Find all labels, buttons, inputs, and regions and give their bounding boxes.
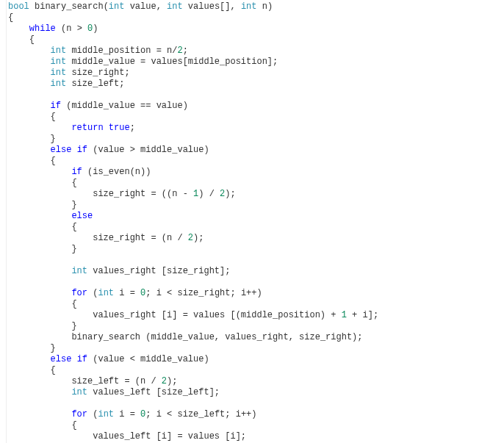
token-id: values_left [size_left]; xyxy=(87,387,220,397)
token-id: size_right = (n / xyxy=(93,233,188,243)
code-line[interactable]: else if (value < middle_value) xyxy=(8,354,378,365)
token-kw: while xyxy=(29,24,56,34)
gutter xyxy=(0,0,7,443)
code-line[interactable] xyxy=(8,277,378,288)
code-line[interactable]: return true; xyxy=(8,123,378,134)
token-kw: if xyxy=(71,167,82,177)
code-line[interactable]: int middle_value = values[middle_positio… xyxy=(8,57,378,68)
token-num: 1 xyxy=(342,310,347,320)
code-area[interactable]: bool binary_search(int value, int values… xyxy=(7,0,380,443)
token-id: } xyxy=(71,200,76,210)
token-id: ) xyxy=(93,24,98,34)
code-line[interactable]: { xyxy=(8,178,378,189)
token-id: } xyxy=(71,321,76,331)
token-id: ); xyxy=(193,233,204,243)
token-id: (value > middle_value) xyxy=(87,145,209,155)
code-line[interactable]: while (n > 0) xyxy=(8,24,378,35)
token-id: } xyxy=(71,244,76,254)
token-id: values_right [i] = values [(middle_posit… xyxy=(93,310,341,320)
token-id: ; i < size_right; i++) xyxy=(145,288,262,298)
token-kw: if xyxy=(51,101,61,111)
token-id: } xyxy=(51,134,56,144)
code-line[interactable]: int values_left [size_left]; xyxy=(8,387,378,398)
token-type: int xyxy=(51,46,67,56)
token-id: ) / xyxy=(198,189,220,199)
token-id: middle_value = values[middle_position]; xyxy=(66,57,278,67)
code-line[interactable]: { xyxy=(8,365,378,376)
token-id: ; i < size_left; i++) xyxy=(145,409,256,419)
token-id: size_right = ((n - xyxy=(93,189,193,199)
code-line[interactable]: { xyxy=(8,156,378,167)
code-line[interactable]: values_right [i] = values [(middle_posit… xyxy=(8,310,378,321)
code-line[interactable]: } xyxy=(8,200,378,211)
code-line[interactable]: else if (value > middle_value) xyxy=(8,145,378,156)
code-line[interactable]: { xyxy=(8,35,378,46)
token-id: { xyxy=(51,365,56,375)
token-id: { xyxy=(29,35,35,45)
token-id: { xyxy=(51,156,56,166)
token-id: ( xyxy=(87,288,98,298)
token-kw: else xyxy=(51,354,72,364)
token-id xyxy=(71,145,76,155)
code-line[interactable]: } xyxy=(8,343,378,354)
token-kw: else xyxy=(51,145,72,155)
token-kw: if xyxy=(77,354,87,364)
code-line[interactable] xyxy=(8,255,378,266)
code-line[interactable]: binary_search (middle_value, values_righ… xyxy=(8,332,378,343)
token-id xyxy=(104,123,109,133)
code-line[interactable]: values_left [i] = values [i]; xyxy=(8,431,378,442)
code-line[interactable]: for (int i = 0; i < size_right; i++) xyxy=(8,288,378,299)
token-type: int xyxy=(51,79,67,89)
token-bool: true xyxy=(109,123,130,133)
token-num: 2 xyxy=(162,376,167,386)
token-id: { xyxy=(71,178,76,188)
token-type: int xyxy=(98,409,114,419)
code-line[interactable]: for (int i = 0; i < size_left; i++) xyxy=(8,409,378,420)
code-line[interactable]: } xyxy=(8,321,378,332)
token-id: { xyxy=(71,420,76,431)
token-type: int xyxy=(71,266,87,276)
code-line[interactable]: { xyxy=(8,420,378,431)
token-id: size_right; xyxy=(66,68,129,78)
code-line[interactable]: int middle_position = n/2; xyxy=(8,46,378,57)
token-type: int xyxy=(51,68,67,78)
token-id: binary_search( xyxy=(35,1,109,12)
token-id: { xyxy=(8,12,13,23)
token-id: (is_even(n)) xyxy=(82,167,151,177)
code-line[interactable]: int size_right; xyxy=(8,68,378,79)
code-line[interactable]: } xyxy=(8,244,378,255)
code-line[interactable]: int size_left; xyxy=(8,79,378,90)
code-line[interactable] xyxy=(8,398,378,409)
token-id: { xyxy=(71,299,76,309)
token-kw: if xyxy=(77,145,87,155)
code-line[interactable]: else xyxy=(8,211,378,222)
token-id: { xyxy=(51,112,56,122)
token-id: i = xyxy=(114,288,140,298)
token-id: (n > xyxy=(56,24,87,34)
token-id: i = xyxy=(114,409,140,419)
code-line[interactable]: size_left = (n / 2); xyxy=(8,376,378,387)
code-line[interactable]: { xyxy=(8,112,378,123)
code-line[interactable]: { xyxy=(8,222,378,233)
token-num: 2 xyxy=(177,46,182,56)
token-kw: for xyxy=(71,409,87,419)
code-line[interactable]: size_right = (n / 2); xyxy=(8,233,378,244)
code-line[interactable]: if (is_even(n)) xyxy=(8,167,378,178)
code-line[interactable]: size_right = ((n - 1) / 2); xyxy=(8,189,378,200)
token-type: int xyxy=(51,57,67,67)
code-line[interactable]: { xyxy=(8,299,378,310)
token-id: (value < middle_value) xyxy=(87,354,209,364)
code-line[interactable]: } xyxy=(8,134,378,145)
code-line[interactable]: int values_right [size_right]; xyxy=(8,266,378,277)
code-line[interactable] xyxy=(8,90,378,101)
token-kw: for xyxy=(71,288,87,298)
token-id: size_left; xyxy=(66,79,124,89)
token-id: } xyxy=(51,343,56,353)
token-id: ); xyxy=(225,189,235,199)
token-id: ; xyxy=(130,123,135,133)
token-id: n) xyxy=(257,1,273,12)
code-line[interactable]: { xyxy=(8,12,378,24)
code-line[interactable]: if (middle_value == value) xyxy=(8,101,378,112)
code-line[interactable]: bool binary_search(int value, int values… xyxy=(8,1,378,12)
token-type: int xyxy=(241,1,257,12)
